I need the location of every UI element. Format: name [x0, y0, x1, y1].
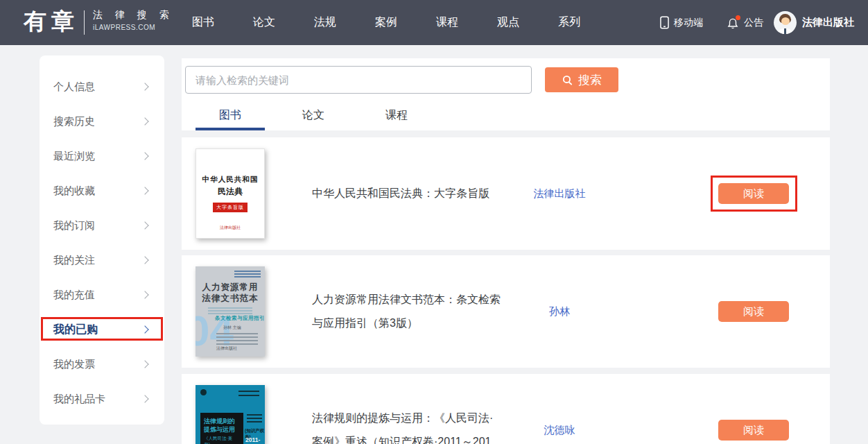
chevron-right-icon — [141, 187, 148, 194]
notice-label: 公告 — [744, 17, 763, 29]
sidebar-item-recharge[interactable]: 我的充值 — [40, 278, 164, 312]
search-button[interactable]: 搜索 — [545, 67, 618, 92]
author-link[interactable]: 孙林 — [501, 255, 618, 368]
cover-title: 人力资源常用 法律文书范本 — [196, 282, 265, 304]
nav-regulations[interactable]: 法规 — [314, 15, 336, 30]
brand-domain: iLAWPRESS.COM — [93, 24, 174, 31]
sidebar-item-favorites[interactable]: 我的收藏 — [40, 173, 164, 208]
title-line: 与应用指引（第3版） — [312, 311, 520, 335]
sidebar-label: 个人信息 — [53, 80, 95, 94]
user-avatar[interactable] — [774, 11, 797, 34]
tab-papers[interactable]: 论文 — [279, 100, 348, 130]
title-line: 法律规则的提炼与运用：《人民司法· — [312, 407, 520, 430]
brand-tagline: 法 律 搜 索 iLAWPRESS.COM — [93, 9, 174, 31]
mobile-phone-icon — [660, 16, 669, 29]
cover-years: 2011-2015 — [245, 436, 265, 444]
chevron-right-icon — [141, 83, 148, 90]
chevron-right-icon — [141, 360, 148, 368]
cover-decor — [238, 391, 259, 399]
cover-decor — [200, 389, 207, 395]
account-sidebar: 个人信息 搜索历史 最近浏览 我的收藏 我的订阅 我的关注 我的充值 我的已购 … — [40, 56, 164, 425]
result-tabs: 图书 论文 课程 — [196, 100, 431, 130]
sidebar-item-purchased[interactable]: 我的已购 — [40, 312, 164, 347]
cover-publisher-mark: 法律出版社 — [216, 345, 237, 352]
sidebar-label: 我的关注 — [53, 254, 95, 267]
nav-series[interactable]: 系列 — [558, 15, 580, 30]
title-line: 中华人民共和国民法典：大字条旨版 — [312, 182, 520, 205]
read-button[interactable]: 阅读 — [718, 183, 789, 204]
book-title[interactable]: 法律规则的提炼与运用：《人民司法· 案例》重述（知识产权卷·2011～201 — [312, 374, 520, 444]
read-button[interactable]: 阅读 — [718, 301, 789, 322]
search-input[interactable] — [185, 66, 532, 94]
nav-viewpoints[interactable]: 观点 — [497, 15, 519, 30]
cover-subtitle: 条文检索与应用指引 — [215, 315, 265, 322]
sidebar-label: 我的收藏 — [53, 185, 95, 198]
username[interactable]: 法律出版社 — [802, 0, 854, 45]
sidebar-label: 我的礼品卡 — [53, 393, 105, 406]
notification-dot — [736, 15, 740, 20]
top-header: 有章 法 律 搜 索 iLAWPRESS.COM 图书 论文 法规 案例 课程 … — [0, 0, 868, 45]
brand-logo[interactable]: 有章 — [24, 6, 79, 37]
brand-subtitle: 法 律 搜 索 — [93, 9, 174, 22]
sidebar-item-gift-cards[interactable]: 我的礼品卡 — [40, 382, 164, 416]
cover-panel: 法律规则的 提炼与运用 《人民司法·案例》 重述 — [200, 413, 243, 444]
cover-byline: 孙林 主编 — [223, 325, 241, 331]
sidebar-label: 我的订阅 — [53, 219, 95, 232]
chevron-right-icon — [141, 291, 148, 298]
sidebar-label: 我的充值 — [53, 289, 95, 302]
sidebar-item-invoices[interactable]: 我的发票 — [40, 347, 164, 382]
chevron-right-icon — [141, 117, 148, 125]
cover-decor — [247, 414, 262, 425]
avatar-tie — [784, 28, 786, 34]
mobile-entry[interactable]: 移动端 — [660, 0, 703, 45]
search-panel: 搜索 图书 论文 课程 — [182, 58, 830, 130]
search-icon — [562, 74, 573, 86]
tab-label: 论文 — [302, 108, 324, 123]
notice-entry[interactable]: 公告 — [727, 0, 763, 45]
active-tab-underline — [196, 128, 265, 130]
sidebar-item-subscriptions[interactable]: 我的订阅 — [40, 208, 164, 243]
cover-decor — [234, 271, 261, 278]
tab-courses[interactable]: 课程 — [362, 100, 431, 130]
page: 有章 法 律 搜 索 iLAWPRESS.COM 图书 论文 法规 案例 课程 … — [0, 0, 868, 444]
sidebar-label: 最近浏览 — [53, 150, 95, 163]
chevron-right-icon — [141, 325, 148, 333]
chevron-right-icon — [141, 256, 148, 264]
book-title[interactable]: 人力资源常用法律文书范本：条文检索 与应用指引（第3版） — [312, 255, 520, 368]
cover-title-line: 法律文书范本 — [196, 293, 265, 304]
book-title[interactable]: 中华人民共和国民法典：大字条旨版 — [312, 137, 520, 250]
cover-badge: 大字条旨版 — [213, 203, 248, 212]
logo-divider — [84, 10, 85, 35]
mobile-label: 移动端 — [674, 17, 703, 29]
search-button-label: 搜索 — [578, 72, 602, 88]
nav-cases[interactable]: 案例 — [375, 15, 397, 30]
result-row: 中华人民共和国 民法典 大字条旨版 法律出版社 中华人民共和国民法典：大字条旨版… — [182, 137, 830, 250]
result-row: 法律规则的 提炼与运用 《人民司法·案例》 重述 (知识产权卷) 2011-20… — [182, 374, 830, 444]
tab-label: 课程 — [385, 108, 408, 123]
tab-label: 图书 — [219, 108, 241, 123]
main-nav: 图书 论文 法规 案例 课程 观点 系列 — [192, 0, 580, 45]
book-cover[interactable]: 法律规则的 提炼与运用 《人民司法·案例》 重述 (知识产权卷) 2011-20… — [196, 385, 265, 444]
title-line: 案例》重述（知识产权卷·2011～201 — [312, 430, 520, 444]
sidebar-item-search-history[interactable]: 搜索历史 — [40, 104, 164, 139]
sidebar-item-profile[interactable]: 个人信息 — [40, 69, 164, 104]
chevron-right-icon — [141, 395, 148, 402]
avatar-face — [781, 17, 790, 25]
sidebar-item-recently-viewed[interactable]: 最近浏览 — [40, 139, 164, 173]
result-row: 人力资源常用 法律文书范本 04 条文检索与应用指引 孙林 主编 法律出版社 人… — [182, 255, 830, 368]
tab-books[interactable]: 图书 — [196, 100, 265, 130]
book-cover[interactable]: 中华人民共和国 民法典 大字条旨版 法律出版社 — [196, 148, 265, 239]
publisher-link[interactable]: 法律出版社 — [501, 137, 618, 250]
nav-courses[interactable]: 课程 — [436, 15, 458, 30]
book-cover[interactable]: 人力资源常用 法律文书范本 04 条文检索与应用指引 孙林 主编 法律出版社 — [196, 266, 265, 357]
sidebar-item-follows[interactable]: 我的关注 — [40, 243, 164, 278]
sidebar-label: 我的已购 — [53, 323, 98, 337]
nav-books[interactable]: 图书 — [192, 15, 214, 30]
read-button[interactable]: 阅读 — [718, 420, 789, 441]
chevron-right-icon — [141, 221, 148, 229]
chevron-right-icon — [141, 152, 148, 160]
nav-papers[interactable]: 论文 — [253, 15, 275, 30]
cover-publisher-mark: 法律出版社 — [196, 225, 264, 231]
author-link[interactable]: 沈德咏 — [501, 374, 618, 444]
cover-title-line: 法律规则的 提炼与运用 — [204, 417, 241, 434]
